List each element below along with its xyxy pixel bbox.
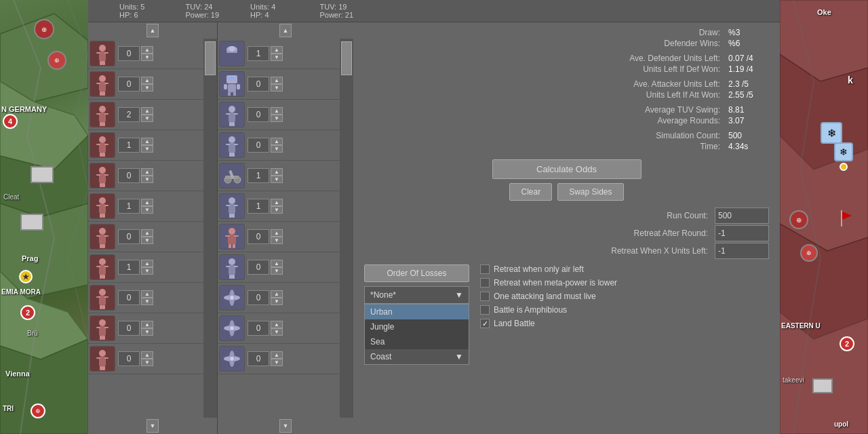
attacker-qty-input[interactable]	[118, 168, 140, 183]
defender-qty-up-btn[interactable]: ▲	[271, 199, 283, 206]
attacker-qty-down-btn[interactable]: ▼	[141, 298, 153, 305]
attacker-qty-input[interactable]	[118, 351, 140, 366]
run-count-input[interactable]	[715, 208, 769, 224]
defender-scroll-top[interactable]: ▲	[218, 22, 353, 39]
attacker-qty-down-btn[interactable]: ▼	[141, 328, 153, 336]
svg-point-36	[99, 167, 106, 174]
attacker-qty-input[interactable]	[118, 138, 140, 153]
attacker-qty-up-btn[interactable]: ▲	[141, 168, 153, 176]
defender-qty-down-btn[interactable]: ▼	[271, 237, 283, 244]
defender-scroll-thumb[interactable]	[341, 41, 352, 75]
unit-token-right-1: ⊕	[789, 210, 808, 229]
attacker-qty-down-btn[interactable]: ▼	[141, 115, 153, 122]
attacker-qty-up-btn[interactable]: ▲	[141, 107, 153, 115]
dropdown-item-jungle[interactable]: Jungle	[365, 319, 469, 334]
retreat-after-round-input[interactable]	[715, 225, 769, 241]
attacker-qty-down-btn[interactable]: ▼	[141, 359, 153, 366]
attacker-qty-input[interactable]	[118, 321, 140, 336]
attacker-qty-up-btn[interactable]: ▲	[141, 199, 153, 206]
defender-scrollbar[interactable]	[340, 39, 353, 418]
attacker-qty-up-btn[interactable]: ▲	[141, 351, 153, 359]
order-of-losses-button[interactable]: Order Of Losses	[364, 264, 469, 282]
attacker-qty-down-btn[interactable]: ▼	[141, 84, 153, 92]
defender-qty-up-btn[interactable]: ▲	[271, 290, 283, 298]
attacker-qty-down-btn[interactable]: ▼	[141, 267, 153, 275]
attacker-qty-up-btn[interactable]: ▲	[141, 321, 153, 328]
clear-button[interactable]: Clear	[509, 183, 552, 201]
defender-qty-up-btn[interactable]: ▲	[271, 351, 283, 359]
defender-qty-input[interactable]	[248, 168, 269, 183]
attacker-scroll-thumb[interactable]	[205, 41, 216, 75]
defender-qty-down-btn[interactable]: ▼	[271, 359, 283, 366]
tri-label: TRI	[3, 405, 14, 412]
attacker-qty-input[interactable]	[118, 290, 140, 305]
defender-qty-down-btn[interactable]: ▼	[271, 115, 283, 122]
defender-qty-up-btn[interactable]: ▲	[271, 107, 283, 115]
defender-qty-input[interactable]	[248, 199, 269, 214]
defender-qty-up-btn[interactable]: ▲	[271, 138, 283, 145]
attacker-scroll-down-btn[interactable]: ▼	[146, 419, 159, 433]
defender-qty-down-btn[interactable]: ▼	[271, 84, 283, 92]
defender-qty-input[interactable]	[248, 46, 269, 61]
attacker-qty-input[interactable]	[118, 260, 140, 275]
attacker-qty-up-btn[interactable]: ▲	[141, 46, 153, 54]
defender-qty-input[interactable]	[248, 290, 269, 305]
attacker-qty-up-btn[interactable]: ▲	[141, 229, 153, 237]
attacker-qty-up-btn[interactable]: ▲	[141, 260, 153, 267]
attacker-qty-down-btn[interactable]: ▼	[141, 206, 153, 214]
retreat-when-x-input[interactable]	[715, 243, 769, 259]
defender-qty-input[interactable]	[248, 107, 269, 122]
defender-qty-down-btn[interactable]: ▼	[271, 328, 283, 336]
defender-qty-input[interactable]	[248, 77, 269, 92]
defender-qty-input[interactable]	[248, 351, 269, 366]
land-battle-checkbox[interactable]: ✓	[480, 319, 490, 328]
attacker-qty-down-btn[interactable]: ▼	[141, 237, 153, 244]
svg-point-144	[230, 326, 234, 330]
retreat-meta-checkbox[interactable]	[480, 278, 490, 288]
defender-scroll-down-btn[interactable]: ▼	[279, 419, 292, 433]
attacker-qty-down-btn[interactable]: ▼	[141, 176, 153, 183]
dropdown-trigger[interactable]: *None* ▼	[364, 286, 469, 304]
calculate-odds-button[interactable]: Calculate Odds	[492, 159, 642, 179]
one-attacking-land-checkbox[interactable]	[480, 292, 490, 301]
defender-qty-down-btn[interactable]: ▼	[271, 206, 283, 214]
defender-qty-down-btn[interactable]: ▼	[271, 298, 283, 305]
attacker-qty-input[interactable]	[118, 199, 140, 214]
defender-qty-up-btn[interactable]: ▲	[271, 77, 283, 84]
attacker-qty-down-btn[interactable]: ▼	[141, 54, 153, 61]
defender-qty-down-btn[interactable]: ▼	[271, 267, 283, 275]
defender-qty-input[interactable]	[248, 260, 269, 275]
attacker-scroll-bottom[interactable]: ▼	[88, 418, 217, 434]
defender-qty-down-btn[interactable]: ▼	[271, 54, 283, 61]
battle-amphibious-checkbox[interactable]	[480, 305, 490, 315]
attacker-qty-input[interactable]	[118, 77, 140, 92]
attacker-qty-input[interactable]	[118, 46, 140, 61]
defender-qty-input[interactable]	[248, 138, 269, 153]
attacker-qty-input[interactable]	[118, 229, 140, 244]
attacker-scroll-top[interactable]: ▲	[88, 22, 217, 39]
attacker-unit-controls: ▲▼	[118, 321, 153, 336]
attacker-qty-up-btn[interactable]: ▲	[141, 138, 153, 145]
defender-qty-input[interactable]	[248, 321, 269, 336]
defender-qty-up-btn[interactable]: ▲	[271, 46, 283, 54]
defender-qty-down-btn[interactable]: ▼	[271, 176, 283, 183]
defender-qty-input[interactable]	[248, 229, 269, 244]
defender-scroll-up-btn[interactable]: ▲	[279, 24, 292, 37]
defender-qty-down-btn[interactable]: ▼	[271, 145, 283, 153]
dropdown-item-sea[interactable]: Sea	[365, 334, 469, 349]
defender-qty-up-btn[interactable]: ▲	[271, 168, 283, 176]
swap-sides-button[interactable]: Swap Sides	[557, 183, 623, 201]
defender-scroll-bottom[interactable]: ▼	[218, 418, 353, 434]
attacker-qty-input[interactable]	[118, 107, 140, 122]
attacker-qty-up-btn[interactable]: ▲	[141, 77, 153, 84]
defender-qty-up-btn[interactable]: ▲	[271, 260, 283, 267]
attacker-qty-up-btn[interactable]: ▲	[141, 290, 153, 298]
attacker-scrollbar[interactable]	[203, 39, 217, 418]
dropdown-item-urban[interactable]: Urban	[365, 304, 469, 319]
defender-qty-up-btn[interactable]: ▲	[271, 321, 283, 328]
retreat-air-checkbox[interactable]	[480, 264, 490, 274]
dropdown-item-coast[interactable]: Coast ▼	[365, 349, 469, 364]
attacker-scroll-up-btn[interactable]: ▲	[146, 24, 159, 37]
defender-qty-up-btn[interactable]: ▲	[271, 229, 283, 237]
attacker-qty-down-btn[interactable]: ▼	[141, 145, 153, 153]
